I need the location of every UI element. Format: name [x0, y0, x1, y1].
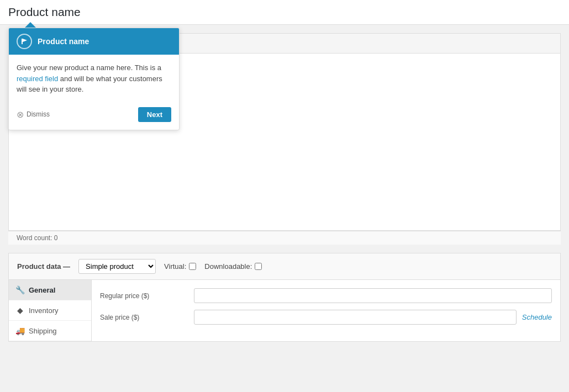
regular-price-row: Regular price ($)	[100, 288, 552, 303]
tab-inventory-label: Inventory	[29, 306, 58, 315]
tooltip-arrow	[25, 22, 36, 28]
product-tabs: 🔧 General ◆ Inventory 🚚 Shipping	[9, 280, 92, 341]
downloadable-label-text: Downloadable:	[204, 262, 252, 271]
downloadable-label: Downloadable:	[204, 262, 262, 271]
tooltip-footer: ⊗ Dismiss Next	[9, 103, 179, 130]
tab-shipping[interactable]: 🚚 Shipping	[9, 321, 91, 341]
product-data-section: Product data — Simple product Virtual: D…	[8, 253, 561, 342]
regular-price-input[interactable]	[194, 288, 552, 303]
tooltip-header-label: Product name	[38, 37, 89, 46]
wrench-icon: 🔧	[15, 285, 24, 294]
dismiss-label: Dismiss	[27, 110, 50, 118]
next-button[interactable]: Next	[138, 107, 171, 122]
truck-icon: 🚚	[15, 326, 24, 335]
word-count-label: Word count:	[17, 234, 52, 242]
tab-inventory[interactable]: ◆ Inventory	[9, 300, 91, 321]
regular-price-label: Regular price ($)	[100, 292, 188, 300]
sale-price-input[interactable]	[194, 310, 517, 325]
dismiss-button[interactable]: ⊗ Dismiss	[17, 109, 50, 120]
downloadable-checkbox[interactable]	[255, 263, 262, 270]
tooltip-body: Give your new product a name here. This …	[9, 55, 179, 103]
tooltip-popover: Product name Give your new product a nam…	[8, 28, 180, 130]
schedule-link[interactable]: Schedule	[522, 313, 552, 321]
tooltip-box: Product name Give your new product a nam…	[8, 28, 180, 130]
virtual-label-text: Virtual:	[164, 262, 186, 271]
virtual-label: Virtual:	[164, 262, 196, 271]
tooltip-header: Product name	[9, 28, 179, 55]
sale-price-label: Sale price ($)	[100, 314, 188, 321]
product-data-label: Product data —	[17, 262, 70, 271]
svg-rect-0	[22, 39, 23, 44]
tooltip-highlight: required field	[17, 75, 58, 83]
tab-general[interactable]: 🔧 General	[9, 280, 91, 300]
product-name-title: Product name	[0, 0, 569, 25]
tab-shipping-label: Shipping	[29, 327, 57, 335]
flag-icon	[17, 34, 32, 49]
schedule-label: Schedule	[522, 313, 552, 321]
page-title-text: Product name	[8, 6, 81, 18]
word-count-bar: Word count: 0	[8, 231, 561, 245]
product-tab-content: Regular price ($) Sale price ($) Schedul…	[92, 280, 560, 341]
virtual-checkbox[interactable]	[189, 263, 196, 270]
tab-general-label: General	[29, 286, 55, 294]
product-data-body: 🔧 General ◆ Inventory 🚚 Shipping Regular…	[9, 280, 560, 341]
product-type-select[interactable]: Simple product	[78, 259, 156, 274]
sale-price-row: Sale price ($) Schedule	[100, 310, 552, 325]
product-data-header: Product data — Simple product Virtual: D…	[9, 253, 560, 280]
dismiss-icon: ⊗	[17, 109, 24, 120]
tooltip-body-text1: Give your new product a name here. This …	[17, 63, 161, 72]
svg-marker-1	[23, 39, 27, 42]
diamond-icon: ◆	[15, 306, 24, 315]
word-count-value: 0	[54, 234, 58, 242]
next-label: Next	[147, 110, 162, 119]
